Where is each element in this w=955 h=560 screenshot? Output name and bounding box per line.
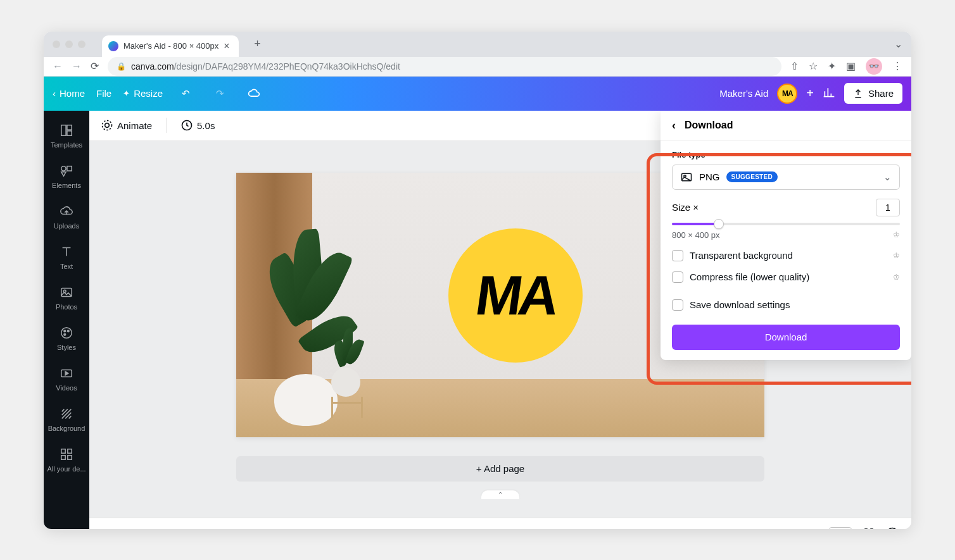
sidebar-item-all-designs[interactable]: All your de... bbox=[44, 440, 89, 480]
insights-icon[interactable] bbox=[823, 86, 835, 101]
crown-icon: ♔ bbox=[893, 251, 900, 260]
svg-point-3 bbox=[61, 166, 66, 170]
logo-text: MA bbox=[471, 263, 559, 328]
svg-point-8 bbox=[64, 330, 66, 332]
share-url-icon[interactable]: ⇧ bbox=[790, 60, 799, 72]
svg-rect-0 bbox=[61, 125, 66, 135]
notes-button[interactable]: Notes bbox=[102, 528, 142, 529]
svg-point-20 bbox=[888, 528, 897, 529]
crown-icon: ♔ bbox=[893, 230, 900, 239]
url-host: canva.com bbox=[131, 61, 174, 72]
sidebar-item-background[interactable]: Background bbox=[44, 399, 89, 440]
file-type-select[interactable]: PNG SUGGESTED ⌄ bbox=[672, 165, 900, 190]
address-bar[interactable]: 🔒 canva.com/design/DAFAq298YM4/232PhEQnQ… bbox=[108, 57, 781, 76]
sidebar-item-styles[interactable]: Styles bbox=[44, 318, 89, 359]
forward-button[interactable]: → bbox=[72, 61, 82, 72]
reload-button[interactable]: ⟳ bbox=[91, 60, 99, 72]
transparent-bg-option[interactable]: Transparent background ♔ bbox=[672, 250, 900, 261]
sidebar-item-videos[interactable]: Videos bbox=[44, 359, 89, 399]
size-multiplier-input[interactable] bbox=[876, 199, 900, 216]
sidebar-item-templates[interactable]: Templates bbox=[44, 116, 89, 156]
window-controls[interactable] bbox=[53, 40, 85, 48]
add-page-button[interactable]: + Add page bbox=[236, 456, 764, 482]
save-settings-option[interactable]: Save download settings bbox=[672, 299, 900, 311]
svg-rect-1 bbox=[67, 125, 72, 129]
user-avatar[interactable]: MA bbox=[777, 84, 797, 104]
size-slider[interactable] bbox=[672, 223, 900, 225]
duration-label: 5.0s bbox=[197, 120, 215, 131]
favicon-icon bbox=[108, 41, 118, 51]
magic-resize-icon: ✦ bbox=[123, 89, 130, 98]
content-area: Animate 5.0s bbox=[89, 111, 911, 529]
sidebar-toggle-icon[interactable]: ▣ bbox=[846, 60, 856, 72]
kebab-menu-icon[interactable]: ⋮ bbox=[892, 60, 902, 72]
bookmark-icon[interactable]: ☆ bbox=[809, 60, 818, 72]
extensions-icon[interactable]: ✦ bbox=[828, 60, 836, 72]
browser-toolbar: ← → ⟳ 🔒 canva.com/design/DAFAq298YM4/232… bbox=[44, 57, 911, 77]
home-label: Home bbox=[60, 88, 85, 99]
sidebar-item-elements[interactable]: Elements bbox=[44, 156, 89, 197]
resize-button[interactable]: ✦ Resize bbox=[123, 88, 163, 99]
lock-icon: 🔒 bbox=[117, 62, 126, 71]
download-header: ‹ Download bbox=[661, 111, 911, 141]
profile-avatar[interactable]: 👓 bbox=[866, 58, 882, 75]
zoom-level[interactable]: 110% bbox=[712, 528, 736, 529]
page-indicator[interactable]: 1 bbox=[829, 527, 852, 529]
tab-title: Maker's Aid - 800 × 400px bbox=[123, 41, 218, 51]
logo-element[interactable]: MA bbox=[448, 228, 583, 363]
add-member-icon[interactable]: + bbox=[806, 86, 814, 101]
page-strip-toggle[interactable]: ⌃ bbox=[481, 490, 519, 499]
new-tab-button[interactable]: + bbox=[249, 35, 267, 53]
cloud-sync-icon[interactable] bbox=[243, 82, 265, 105]
status-bar: Notes 110% 1 bbox=[89, 518, 911, 529]
download-title: Download bbox=[685, 120, 733, 131]
back-icon[interactable]: ‹ bbox=[672, 119, 676, 132]
fullscreen-icon[interactable] bbox=[863, 527, 875, 529]
svg-point-9 bbox=[67, 330, 69, 332]
svg-rect-13 bbox=[68, 449, 72, 452]
svg-rect-12 bbox=[61, 449, 65, 452]
left-sidebar: Templates Elements Uploads Text Photos S… bbox=[44, 111, 89, 529]
share-button[interactable]: Share bbox=[844, 83, 902, 104]
file-menu[interactable]: File bbox=[96, 88, 111, 99]
help-icon[interactable] bbox=[886, 526, 899, 529]
svg-rect-14 bbox=[61, 455, 65, 459]
download-button[interactable]: Download bbox=[672, 325, 900, 350]
chevron-left-icon: ‹ bbox=[53, 88, 56, 99]
sidebar-item-uploads[interactable]: Uploads bbox=[44, 197, 89, 237]
svg-point-16 bbox=[105, 123, 110, 128]
compress-option[interactable]: Compress file (lower quality) ♔ bbox=[672, 271, 900, 283]
url-path: /design/DAFAq298YM4/232PhEQnQ74ka3OikHch… bbox=[174, 61, 400, 72]
document-title[interactable]: Maker's Aid bbox=[719, 88, 768, 99]
close-tab-icon[interactable]: × bbox=[224, 40, 229, 52]
app-root: ‹ Home File ✦ Resize ↶ ↷ Maker's Aid MA … bbox=[44, 77, 911, 529]
main: Templates Elements Uploads Text Photos S… bbox=[44, 111, 911, 529]
back-button[interactable]: ← bbox=[53, 61, 63, 72]
animate-label: Animate bbox=[117, 120, 152, 131]
notes-label: Notes bbox=[117, 528, 142, 529]
share-label: Share bbox=[868, 88, 894, 99]
sidebar-item-text[interactable]: Text bbox=[44, 237, 89, 278]
browser-tab-strip: Maker's Aid - 800 × 400px × + ⌄ bbox=[44, 32, 911, 57]
image-icon bbox=[680, 171, 693, 184]
home-button[interactable]: ‹ Home bbox=[53, 88, 85, 99]
file-type-label: File type bbox=[672, 150, 900, 159]
chevron-down-icon: ⌄ bbox=[883, 171, 892, 183]
checkbox[interactable] bbox=[672, 299, 683, 311]
svg-point-10 bbox=[64, 333, 66, 335]
checkbox[interactable] bbox=[672, 271, 683, 283]
size-label: Size × bbox=[672, 202, 699, 213]
tabs-overflow-icon[interactable]: ⌄ bbox=[894, 38, 902, 50]
redo-button[interactable]: ↷ bbox=[208, 82, 231, 105]
plant-small bbox=[331, 368, 363, 418]
browser-tab[interactable]: Maker's Aid - 800 × 400px × bbox=[102, 35, 239, 57]
file-type-value: PNG bbox=[699, 171, 720, 182]
undo-button[interactable]: ↶ bbox=[174, 82, 197, 105]
suggested-badge: SUGGESTED bbox=[726, 171, 778, 182]
duration-button[interactable]: 5.0s bbox=[180, 119, 215, 132]
checkbox[interactable] bbox=[672, 250, 683, 261]
animate-button[interactable]: Animate bbox=[101, 119, 152, 132]
app-header: ‹ Home File ✦ Resize ↶ ↷ Maker's Aid MA … bbox=[44, 77, 911, 111]
resize-label: Resize bbox=[134, 88, 163, 99]
sidebar-item-photos[interactable]: Photos bbox=[44, 278, 89, 318]
